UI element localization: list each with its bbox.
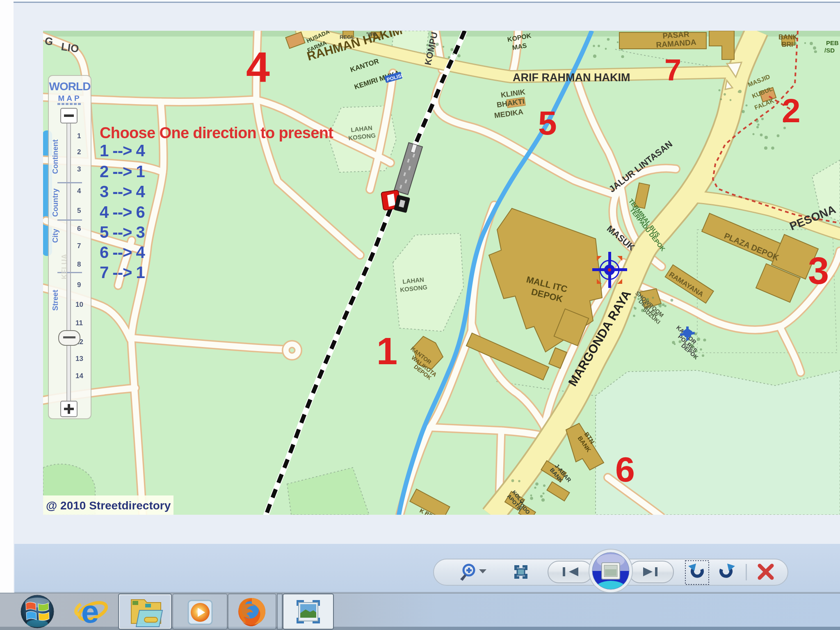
svg-text:4: 4: [77, 187, 81, 195]
svg-text:2 --> 1: 2 --> 1: [100, 162, 145, 180]
svg-text:4: 4: [246, 43, 270, 91]
svg-text:5: 5: [77, 207, 81, 215]
svg-text:4 --> 6: 4 --> 6: [100, 203, 145, 221]
svg-text:REGL: REGL: [340, 34, 354, 40]
svg-text:'WG: 'WG: [366, 31, 377, 37]
svg-text:6 --> 4: 6 --> 4: [100, 243, 145, 261]
svg-text:/SD: /SD: [824, 47, 835, 54]
svg-text:7: 7: [77, 242, 81, 250]
svg-text:7 --> 1: 7 --> 1: [100, 263, 145, 281]
svg-text:7: 7: [664, 53, 681, 87]
svg-text:10: 10: [75, 301, 83, 308]
svg-text:@ 2010 Streetdirectory: @ 2010 Streetdirectory: [46, 499, 171, 512]
svg-text:LIO: LIO: [60, 40, 80, 55]
svg-text:BANK: BANK: [778, 34, 798, 41]
svg-text:3: 3: [77, 165, 81, 173]
svg-text:14: 14: [75, 372, 83, 380]
svg-text:Continent: Continent: [51, 139, 59, 174]
svg-text:City: City: [51, 229, 59, 243]
svg-text:1: 1: [77, 132, 81, 140]
svg-text:5 --> 3: 5 --> 3: [100, 223, 145, 241]
svg-text:ARIF RAHMAN HAKIM: ARIF RAHMAN HAKIM: [513, 71, 630, 84]
svg-text:MAP: MAP: [58, 94, 81, 103]
svg-text:3 --> 4: 3 --> 4: [100, 183, 145, 201]
svg-text:1: 1: [377, 330, 397, 372]
svg-text:6: 6: [77, 225, 81, 233]
svg-text:KELUA: KELUA: [60, 254, 68, 279]
svg-text:Country: Country: [51, 189, 59, 217]
svg-text:G: G: [44, 34, 54, 48]
svg-text:e: e: [81, 593, 99, 630]
svg-text:PEB: PEB: [826, 39, 839, 46]
svg-text:9: 9: [77, 281, 81, 289]
svg-text:8: 8: [77, 260, 81, 268]
svg-text:1 --> 4: 1 --> 4: [100, 142, 145, 160]
svg-text:2: 2: [77, 148, 81, 156]
svg-text:13: 13: [75, 355, 83, 363]
svg-text:2: 2: [782, 92, 801, 129]
svg-text:5: 5: [538, 104, 557, 142]
svg-text:11: 11: [75, 319, 83, 327]
svg-text:WORLD: WORLD: [49, 80, 91, 93]
svg-text:BRI: BRI: [782, 41, 793, 48]
svg-text:Street: Street: [51, 290, 59, 310]
svg-text:6: 6: [615, 450, 635, 489]
svg-text:3: 3: [808, 250, 829, 292]
svg-text:Choose One direction to presen: Choose One direction to present: [100, 124, 333, 142]
